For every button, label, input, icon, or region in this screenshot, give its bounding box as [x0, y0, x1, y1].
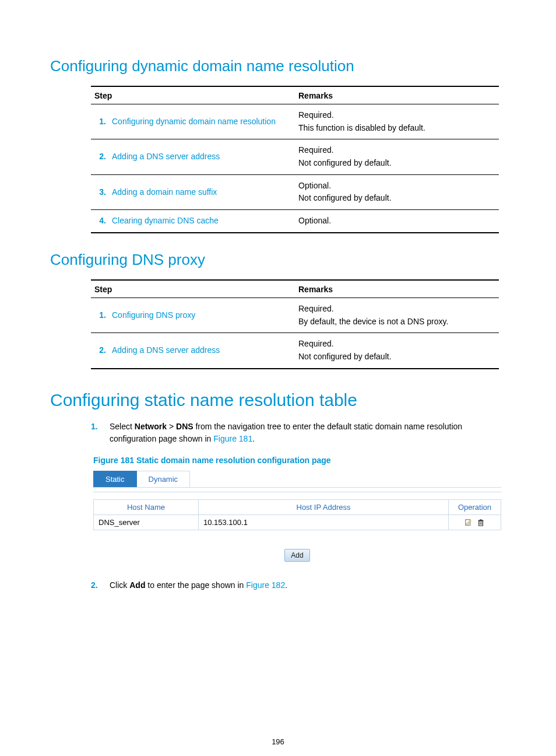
step-link[interactable]: Adding a domain name suffix	[108, 174, 295, 209]
heading-configuring-dynamic: Configuring dynamic domain name resoluti…	[50, 57, 506, 75]
col-operation: Operation	[449, 499, 501, 514]
step-number: 1.	[91, 298, 108, 332]
remarks-cell: Optional.	[295, 210, 499, 233]
figure-caption-181: Figure 181 Static domain name resolution…	[93, 456, 506, 465]
svg-rect-5	[478, 520, 484, 522]
step-number: 4.	[91, 210, 108, 233]
cell-host-name: DNS_server	[94, 514, 199, 530]
cell-host-ip: 10.153.100.1	[199, 514, 449, 530]
step-number: 1.	[91, 421, 110, 445]
step-link[interactable]: Adding a DNS server address	[108, 139, 295, 174]
table-row: 3.Adding a domain name suffixOptional.No…	[91, 174, 499, 209]
divider	[93, 488, 501, 492]
table-row: 1.Configuring DNS proxyRequired.By defau…	[91, 298, 499, 332]
remarks-cell: Optional.Not configured by default.	[295, 174, 499, 209]
svg-rect-6	[480, 519, 483, 520]
remarks-cell: Required.Not configured by default.	[295, 333, 499, 369]
steps-table-proxy: Step Remarks 1.Configuring DNS proxyRequ…	[91, 279, 499, 369]
remarks-cell: Required.Not configured by default.	[295, 139, 499, 174]
step-number: 1.	[91, 104, 108, 139]
col-step: Step	[91, 86, 295, 104]
heading-configuring-dns-proxy: Configuring DNS proxy	[50, 251, 506, 269]
step-link[interactable]: Configuring dynamic domain name resoluti…	[108, 104, 295, 139]
tab-static[interactable]: Static	[93, 471, 137, 487]
step-number: 3.	[91, 174, 108, 209]
col-host-name: Host Name	[94, 499, 199, 514]
link-figure-181[interactable]: Figure 181	[213, 434, 252, 443]
remarks-cell: Required.By default, the device is not a…	[295, 298, 499, 332]
step-number: 2.	[91, 579, 110, 592]
col-host-ip: Host IP Address	[199, 499, 449, 514]
step-link[interactable]: Adding a DNS server address	[108, 333, 295, 369]
table-row: DNS_server 10.153.100.1	[94, 514, 501, 530]
step-link[interactable]: Configuring DNS proxy	[108, 298, 295, 332]
tab-dynamic[interactable]: Dynamic	[137, 471, 191, 487]
step-number: 2.	[91, 139, 108, 174]
table-row: 2.Adding a DNS server addressRequired.No…	[91, 139, 499, 174]
edit-icon[interactable]	[464, 519, 473, 527]
table-row: 2.Adding a DNS server addressRequired.No…	[91, 333, 499, 369]
trash-icon[interactable]	[477, 519, 485, 527]
step-link[interactable]: Clearing dynamic DNS cache	[108, 210, 295, 233]
col-remarks: Remarks	[295, 86, 499, 104]
page-number: 196	[50, 737, 506, 746]
cell-operation	[449, 514, 501, 530]
remarks-cell: Required.This function is disabled by de…	[295, 104, 499, 139]
step-text: Select Network > DNS from the navigation…	[110, 421, 506, 445]
step-text: Click Add to enter the page shown in Fig…	[110, 579, 287, 592]
step-number: 2.	[91, 333, 108, 369]
screenshot-static-dns: Static Dynamic Host Name Host IP Address…	[93, 471, 501, 562]
heading-configuring-static: Configuring static name resolution table	[50, 390, 506, 410]
col-step: Step	[91, 280, 295, 298]
steps-table-dynamic: Step Remarks 1.Configuring dynamic domai…	[91, 86, 499, 233]
link-figure-182[interactable]: Figure 182	[246, 580, 285, 590]
table-row: 4.Clearing dynamic DNS cacheOptional.	[91, 210, 499, 233]
col-remarks: Remarks	[295, 280, 499, 298]
add-button[interactable]: Add	[284, 549, 309, 562]
dns-table: Host Name Host IP Address Operation DNS_…	[93, 499, 501, 531]
tabs-row: Static Dynamic	[93, 471, 501, 488]
instruction-step-2: 2. Click Add to enter the page shown in …	[91, 579, 506, 592]
instruction-step-1: 1. Select Network > DNS from the navigat…	[91, 421, 506, 445]
table-row: 1.Configuring dynamic domain name resolu…	[91, 104, 499, 139]
